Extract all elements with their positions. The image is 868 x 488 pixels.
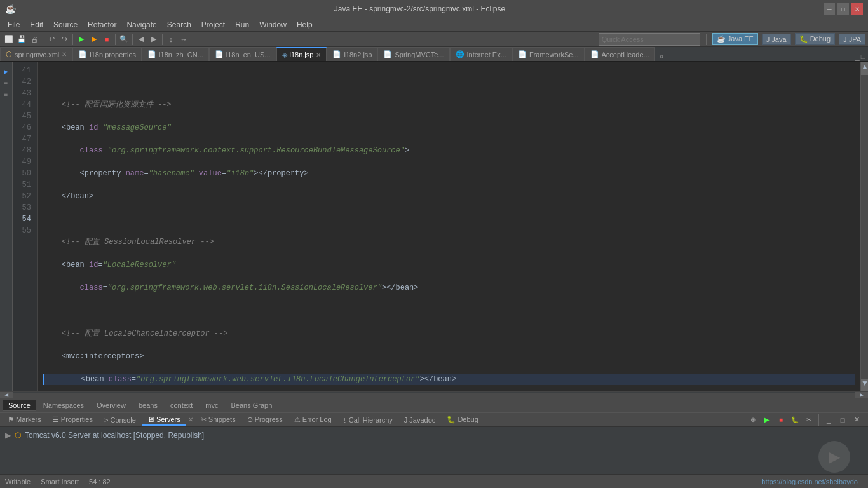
panel-new-server-button[interactable]: ⊕ (747, 414, 759, 426)
tab-beans[interactable]: beans (133, 400, 163, 411)
window-title: Java EE - springmvc-2/src/springmvc.xml … (16, 4, 824, 13)
editor-body: ▸ ≡ ≡ 41 42 43 44 45 46 47 48 49 50 51 5… (0, 62, 868, 412)
save-button[interactable]: 💾 (15, 33, 28, 46)
tab-mvc[interactable]: mvc (200, 400, 224, 411)
panel-tab-javadoc[interactable]: J Javadoc (399, 415, 441, 425)
code-line-47 (43, 214, 855, 225)
editor-bottom-tabs: Source Namespaces Overview beans context… (0, 398, 868, 412)
scrollbar-htrack[interactable] (13, 393, 855, 398)
tab-source[interactable]: Source (3, 400, 36, 411)
panel-start-button[interactable]: ▶ (761, 414, 773, 426)
tab-i18n2jsp[interactable]: 📄 i18n2.jsp (327, 47, 377, 61)
tab-bar-maximize-icon[interactable]: □ (861, 52, 865, 61)
play-overlay-button[interactable]: ▶ (818, 441, 850, 473)
tab-overflow-button[interactable]: » (655, 51, 668, 61)
panel-maximize-button[interactable]: □ (836, 414, 849, 426)
panel-tab-close-servers[interactable]: ✕ (187, 416, 194, 423)
minimize-button[interactable]: ─ (824, 3, 835, 15)
forward-button[interactable]: ▶ (147, 33, 160, 46)
perspective-debug-button[interactable]: 🐛 Debug (795, 33, 835, 45)
panel-tab-debug[interactable]: 🐛 Debug (442, 414, 483, 425)
horizontal-scrollbar[interactable]: ◀ ▶ (0, 391, 868, 398)
tab-springmvcte[interactable]: 📄 SpringMVCTe... (377, 47, 449, 61)
print-button[interactable]: 🖨 (28, 33, 41, 46)
close-button[interactable]: ✕ (851, 3, 863, 15)
code-line-50: class="org.springframework.web.servlet.i… (43, 282, 855, 294)
tab-context[interactable]: context (165, 400, 198, 411)
tab-icon-springmvcte: 📄 (383, 50, 392, 58)
quick-access-input[interactable] (599, 33, 700, 46)
tab-close-i18njsp[interactable]: ✕ (316, 51, 321, 58)
menu-run[interactable]: Run (230, 19, 254, 30)
panel-tab-errorlog[interactable]: ⚠ Error Log (289, 414, 337, 425)
scrollbar-up[interactable]: ▲ (861, 62, 868, 75)
panel-tab-snippets[interactable]: ✂ Snippets (196, 414, 241, 425)
perspective-jpa-button[interactable]: J JPA (839, 34, 865, 45)
scrollbar-left[interactable]: ◀ (0, 392, 13, 398)
tab-beans-graph[interactable]: Beans Graph (226, 400, 278, 411)
redo-button[interactable]: ↪ (58, 33, 71, 46)
back-button[interactable]: ◀ (135, 33, 147, 46)
debug-run-button[interactable]: ▶ (88, 33, 100, 46)
status-writable: Writable (5, 478, 31, 485)
tab-springmvc-xml[interactable]: ⬡ springmvc.xml ✕ (0, 47, 72, 61)
panel-tab-progress[interactable]: ⊙ Progress (242, 414, 288, 425)
undo-button[interactable]: ↩ (45, 33, 58, 46)
code-line-54: <bean class="org.springframework.web.ser… (43, 374, 855, 385)
new-button[interactable]: ⬜ (3, 33, 15, 46)
code-editor[interactable]: <!-- 配置国际化资源文件 --> <bean id="messageSour… (38, 62, 860, 391)
panel-tab-markers[interactable]: ⚑ Markers (3, 414, 46, 425)
tab-frameworkse[interactable]: 📄 FrameworkSe... (512, 47, 585, 61)
menu-help[interactable]: Help (292, 19, 318, 30)
tab-overview[interactable]: Overview (91, 400, 132, 411)
nav2-button[interactable]: ↔ (177, 33, 190, 46)
menu-refactor[interactable]: Refactor (83, 19, 121, 30)
menu-navigate[interactable]: Navigate (121, 19, 161, 30)
perspective-javaee-button[interactable]: ☕ Java EE (712, 33, 758, 45)
panel-tab-properties[interactable]: ☰ Properties (48, 414, 98, 425)
panel-tab-console[interactable]: > Console (99, 415, 141, 425)
tab-i18njsp[interactable]: ◈ i18n.jsp ✕ (276, 47, 327, 61)
panel-disconnect-button[interactable]: ✂ (803, 414, 815, 426)
panel-stop-button[interactable]: ■ (775, 414, 787, 426)
menu-edit[interactable]: Edit (25, 19, 48, 30)
vertical-scrollbar[interactable]: ▲ ▼ (860, 62, 868, 391)
panel-tab-callhierarchy[interactable]: ⫰ Call Hierarchy (338, 415, 398, 425)
stop-button[interactable]: ■ (100, 33, 113, 46)
tab-i18n-en[interactable]: 📄 i18n_en_US... (209, 47, 276, 61)
tab-close-springmvc-xml[interactable]: ✕ (62, 51, 67, 58)
code-area-container: ▸ ≡ ≡ 41 42 43 44 45 46 47 48 49 50 51 5… (0, 62, 868, 391)
tab-i18n-properties[interactable]: 📄 i18n.properties (72, 47, 142, 61)
code-line-48: <!-- 配置 SessionLocalResolver --> (43, 236, 855, 248)
tab-internetex[interactable]: 🌐 Internet Ex... (450, 47, 512, 61)
menu-window[interactable]: Window (254, 19, 292, 30)
menu-source[interactable]: Source (48, 19, 83, 30)
scrollbar-down[interactable]: ▼ (861, 379, 868, 391)
maximize-button[interactable]: □ (837, 3, 849, 15)
nav-button[interactable]: ↕ (165, 33, 177, 46)
tab-acceptheade[interactable]: 📄 AcceptHeade... (585, 47, 655, 61)
server-row-tomcat[interactable]: ▶ ⬡ Tomcat v6.0 Server at localhost [Sto… (5, 430, 863, 441)
tab-icon-internetex: 🌐 (456, 50, 465, 58)
panel-debug-button[interactable]: 🐛 (789, 414, 801, 426)
code-line-52: <!-- 配置 LocaleChanceInterceptor --> (43, 328, 855, 339)
menu-search[interactable]: Search (162, 19, 196, 30)
tab-namespaces[interactable]: Namespaces (37, 400, 90, 411)
search-button[interactable]: 🔍 (118, 33, 130, 46)
app-window: ☕ Java EE - springmvc-2/src/springmvc.xm… (0, 0, 868, 488)
menu-project[interactable]: Project (196, 19, 230, 30)
server-expand-icon[interactable]: ▶ (5, 431, 11, 440)
scrollbar-track[interactable] (861, 75, 868, 379)
menu-file[interactable]: File (3, 19, 25, 30)
tab-i18n-zh[interactable]: 📄 i18n_zh_CN... (142, 47, 209, 61)
scrollbar-right[interactable]: ▶ (855, 392, 868, 398)
tab-icon-i18njsp: ◈ (282, 51, 287, 59)
panel-tab-servers[interactable]: 🖥 Servers (142, 414, 186, 426)
tab-bar-minimize-icon[interactable]: _ (855, 52, 860, 61)
panel-close-button[interactable]: ✕ (850, 414, 863, 426)
tab-label-frameworkse: FrameworkSe... (529, 51, 579, 58)
panel-minimize-button[interactable]: _ (822, 414, 835, 426)
run-button[interactable]: ▶ (75, 33, 88, 46)
perspective-java-button[interactable]: J Java (762, 34, 791, 45)
code-line-44: class="org.springframework.context.suppo… (43, 145, 855, 156)
